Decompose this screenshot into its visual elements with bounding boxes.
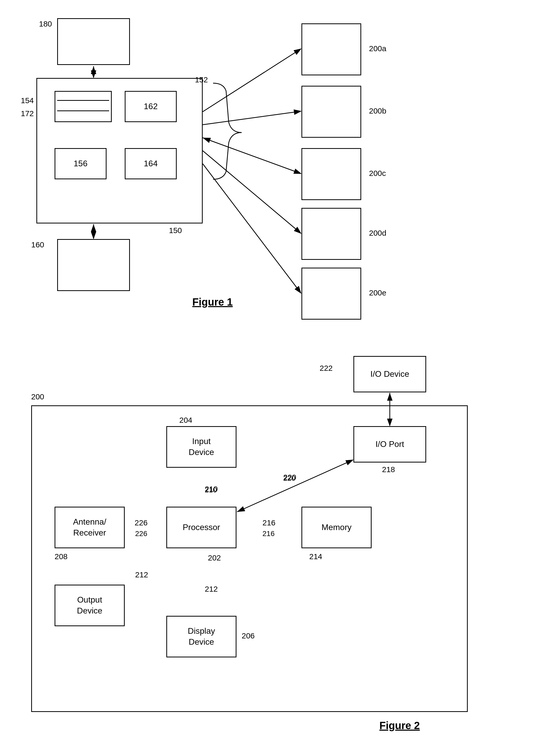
- svg-line-9: [203, 164, 301, 293]
- box-input-device: Input Device: [166, 426, 236, 468]
- label-212-down: 212: [205, 585, 218, 594]
- svg-line-6: [203, 111, 301, 125]
- box-180: [57, 18, 130, 65]
- label-152: 152: [195, 75, 208, 84]
- box-memory: Memory: [302, 507, 372, 548]
- box-200a: [302, 23, 361, 75]
- label-218: 218: [382, 465, 395, 474]
- box-154-inner: [55, 91, 112, 122]
- label-200e: 200e: [369, 288, 386, 297]
- box-164: 164: [125, 148, 177, 179]
- figure2-title: Figure 2: [380, 720, 420, 731]
- label-212-side: 212: [135, 570, 148, 579]
- box-200e: [302, 268, 361, 320]
- label-216-inline: 216: [262, 529, 275, 538]
- label-200d: 200d: [369, 229, 386, 237]
- label-200a: 200a: [369, 44, 386, 53]
- box-200d: [302, 208, 361, 260]
- label-206: 206: [242, 631, 255, 640]
- label-200b: 200b: [369, 107, 386, 115]
- svg-line-5: [203, 49, 301, 112]
- box-io-device: I/O Device: [354, 356, 426, 392]
- label-200c: 200c: [369, 169, 386, 178]
- box-162: 162: [125, 91, 177, 122]
- label-204: 204: [179, 416, 192, 425]
- box-io-port: I/O Port: [354, 426, 426, 462]
- label-220: 220: [283, 473, 296, 482]
- label-208: 208: [55, 552, 67, 561]
- label-180: 180: [39, 20, 52, 28]
- box-display-device: Display Device: [166, 616, 236, 657]
- box-200c: [302, 148, 361, 200]
- box-antenna-receiver: Antenna/ Receiver: [55, 507, 125, 548]
- box-160: [57, 239, 130, 291]
- box-156: 156: [55, 148, 107, 179]
- svg-line-8: [203, 151, 301, 233]
- box-output-device: Output Device: [55, 585, 125, 626]
- label-154: 154: [21, 96, 34, 105]
- label-172: 172: [21, 109, 34, 118]
- box-200b: [302, 86, 361, 138]
- label-226-inline: 226: [135, 529, 147, 538]
- label-226: 226: [135, 518, 148, 527]
- label-210: 210: [205, 485, 218, 493]
- label-222: 222: [319, 364, 333, 373]
- label-202: 202: [208, 553, 221, 562]
- label-160: 160: [31, 240, 44, 249]
- svg-line-7: [203, 138, 301, 174]
- label-214: 214: [309, 552, 322, 561]
- label-200: 200: [31, 392, 44, 401]
- figure2-area: 200 I/O Device 222 I/O Port 218 Input De…: [16, 351, 535, 735]
- box-processor: Processor: [166, 507, 236, 548]
- label-216: 216: [262, 518, 276, 527]
- figure1-area: 180 150 154 172 162 156 164 160 200a: [16, 10, 535, 322]
- figure1-title: Figure 1: [192, 296, 233, 308]
- label-150: 150: [169, 226, 182, 235]
- page: 180 150 154 172 162 156 164 160 200a: [0, 0, 560, 746]
